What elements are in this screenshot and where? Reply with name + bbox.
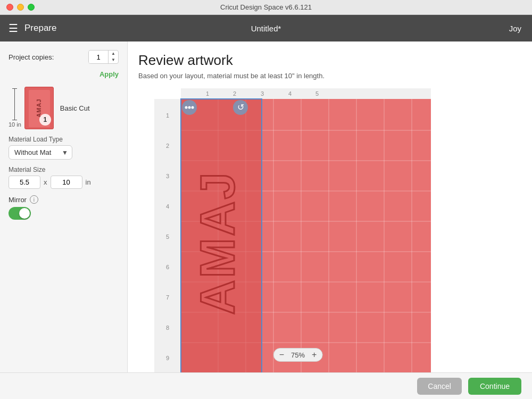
mat-ruler: 10 in (9, 88, 21, 128)
review-subtitle: Based on your layout, material must be a… (138, 72, 521, 80)
mirror-toggle[interactable] (9, 207, 31, 220)
mat-thumbnail: AMAJ 1 (24, 87, 54, 129)
menu-icon[interactable]: ☰ (9, 22, 18, 35)
maximize-button[interactable] (28, 4, 35, 11)
mat-label: Basic Cut (60, 104, 90, 112)
project-copies-label: Project copies: (9, 53, 84, 61)
material-size-label: Material Size (9, 166, 119, 173)
svg-point-36 (185, 106, 188, 109)
mat-card: 10 in AMAJ 1 Basic Cut (9, 87, 119, 129)
action-bar: Cancel Continue (0, 372, 532, 399)
svg-text:9: 9 (166, 355, 169, 361)
apply-button[interactable]: Apply (99, 70, 119, 78)
size-separator: x (44, 178, 47, 186)
material-load-type-select-wrap: Without Mat With Mat ▼ (9, 145, 72, 160)
project-copies-input[interactable] (89, 51, 108, 63)
svg-text:2: 2 (166, 143, 169, 149)
material-size-section: Material Size x in (9, 166, 119, 189)
zoom-controls: − 75% + (273, 348, 323, 362)
review-title: Review artwork (138, 52, 521, 69)
nav-bar: ☰ Prepare Untitled* Joy (0, 15, 532, 41)
material-size-row: x in (9, 176, 119, 189)
svg-text:6: 6 (166, 264, 169, 270)
mirror-info-icon[interactable]: i (30, 195, 38, 204)
zoom-in-button[interactable]: + (312, 351, 317, 359)
svg-text:4: 4 (166, 203, 169, 210)
material-load-type-section: Material Load Type Without Mat With Mat … (9, 136, 119, 160)
artwork-text: AMAJ (191, 170, 244, 314)
mirror-section: Mirror i (9, 195, 119, 220)
main-layout: Project copies: ▲ ▼ Apply 10 in AMAJ (0, 41, 532, 372)
traffic-lights (6, 4, 35, 11)
svg-text:AMAJ: AMAJ (191, 170, 244, 314)
close-button[interactable] (6, 4, 13, 11)
artwork-svg: 1 2 3 4 5 1 2 3 4 5 6 7 8 9 (154, 88, 431, 372)
mat-thumbnail-badge: 1 (39, 114, 51, 126)
section-title: Prepare (24, 23, 56, 34)
content-area: Review artwork Based on your layout, mat… (128, 41, 532, 372)
mat-size-label: 10 in (9, 121, 21, 128)
toggle-knob (19, 208, 30, 219)
title-bar: Cricut Design Space v6.6.121 (0, 0, 532, 15)
material-width-input[interactable] (9, 176, 40, 189)
material-load-type-label: Material Load Type (9, 136, 119, 143)
copies-down-button[interactable]: ▼ (109, 57, 118, 63)
minimize-button[interactable] (17, 4, 24, 11)
sidebar: Project copies: ▲ ▼ Apply 10 in AMAJ (0, 41, 128, 372)
svg-text:4: 4 (288, 90, 292, 97)
svg-text:3: 3 (261, 90, 264, 97)
svg-text:1: 1 (166, 112, 169, 119)
copies-up-button[interactable]: ▲ (109, 51, 118, 57)
mat-preview-wrap: 10 in AMAJ 1 (9, 87, 54, 129)
svg-point-37 (188, 106, 191, 109)
svg-text:1: 1 (206, 90, 209, 97)
svg-text:2: 2 (233, 90, 236, 97)
artwork-area: 1 2 3 4 5 1 2 3 4 5 6 7 8 9 (138, 88, 521, 367)
zoom-out-button[interactable]: − (279, 351, 284, 359)
svg-text:8: 8 (166, 325, 169, 331)
project-copies-row: Project copies: ▲ ▼ (9, 50, 119, 64)
svg-text:5: 5 (315, 90, 319, 97)
project-copies-input-wrap: ▲ ▼ (88, 50, 119, 64)
svg-text:↺: ↺ (237, 103, 244, 112)
mirror-row: Mirror i (9, 195, 119, 204)
svg-rect-0 (181, 88, 431, 99)
svg-text:5: 5 (166, 234, 169, 240)
document-title: Untitled* (251, 24, 281, 33)
zoom-level: 75% (288, 351, 307, 359)
mirror-label: Mirror (9, 196, 27, 204)
window-title: Cricut Design Space v6.6.121 (220, 3, 312, 11)
svg-text:3: 3 (166, 173, 169, 179)
material-load-type-select[interactable]: Without Mat With Mat (9, 145, 72, 160)
ruler-vertical: 1 2 3 4 5 6 7 8 9 (154, 99, 181, 372)
cancel-button[interactable]: Cancel (417, 378, 462, 395)
svg-text:7: 7 (166, 294, 169, 301)
size-unit: in (86, 178, 91, 186)
copies-arrows: ▲ ▼ (108, 51, 118, 63)
material-height-input[interactable] (51, 176, 82, 189)
continue-button[interactable]: Continue (468, 378, 521, 395)
ruler-horizontal: 1 2 3 4 5 (181, 88, 431, 99)
user-name: Joy (509, 24, 521, 33)
mat-ruler-line (14, 88, 15, 120)
svg-point-38 (192, 106, 194, 109)
